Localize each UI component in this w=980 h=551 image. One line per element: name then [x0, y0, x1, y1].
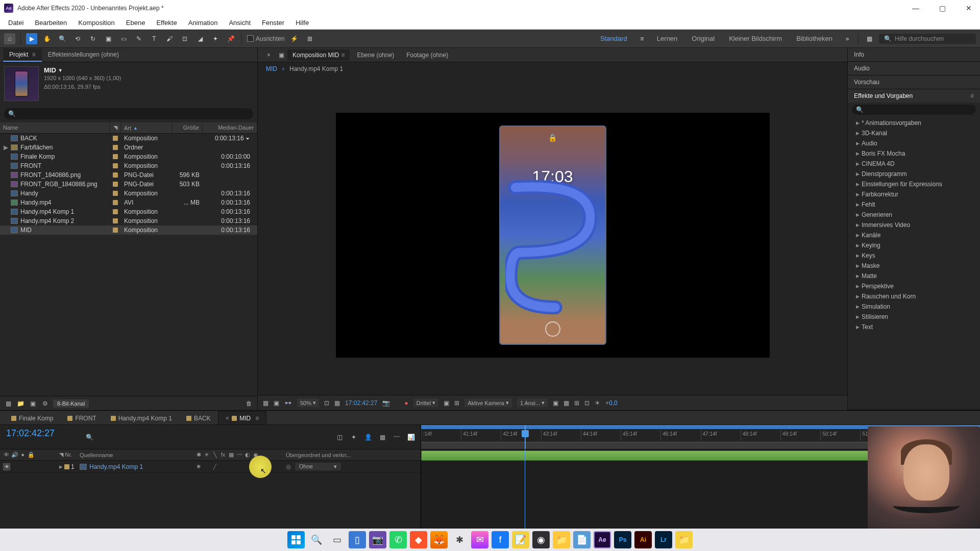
taskbar-app1-icon[interactable]: ✱	[451, 531, 468, 548]
effects-category[interactable]: ▶Boris FX Mocha	[848, 148, 980, 159]
layer-name[interactable]: Handy.mp4 Komp 1	[89, 463, 143, 470]
workspace-original[interactable]: Original	[687, 33, 720, 44]
workspace-kleiner[interactable]: Kleiner Bildschirm	[724, 33, 787, 44]
exposure-reset-icon[interactable]: ☀	[595, 399, 600, 407]
snap-toggle[interactable]: Ausrichten	[247, 35, 285, 42]
menu-komposition[interactable]: Komposition	[73, 17, 120, 28]
layer-visibility-toggle[interactable]: 👁	[3, 463, 10, 470]
project-item[interactable]: MID Komposition 0:00:13:16	[0, 226, 257, 235]
effects-category[interactable]: ▶Farbkorrektur	[848, 189, 980, 199]
new-comp-icon[interactable]: ▣	[29, 399, 37, 408]
panel-info[interactable]: Info	[848, 48, 980, 61]
timeline-tab[interactable]: FRONT	[60, 412, 103, 424]
tab-komposition[interactable]: Komposition MID ≡	[287, 49, 350, 61]
transparency-icon[interactable]: ▦	[334, 399, 340, 407]
taskbar-search-icon[interactable]: 🔍	[308, 531, 325, 548]
channel-icon[interactable]: ●	[404, 399, 408, 407]
quality-switch-icon[interactable]: ╲	[211, 452, 218, 458]
timeline-tab[interactable]: BACK	[179, 412, 218, 424]
project-settings-icon[interactable]: ⚙	[41, 399, 49, 408]
effects-category[interactable]: ▶Dienstprogramm	[848, 169, 980, 179]
solo-col-icon[interactable]: ●	[19, 452, 26, 458]
delete-icon[interactable]: 🗑	[245, 399, 253, 408]
effects-category[interactable]: ▶* Animationsvorgaben	[848, 118, 980, 128]
close-button[interactable]: ✕	[962, 4, 976, 12]
timeline-icon[interactable]: ⊞	[454, 399, 459, 407]
brush-tool-icon[interactable]: 🖌	[164, 33, 175, 44]
new-folder-icon[interactable]: 📁	[16, 399, 24, 408]
timeline-tab[interactable]: Finale Komp	[4, 412, 60, 424]
text-tool-icon[interactable]: T	[149, 33, 160, 44]
taskbar-photoshop-icon[interactable]: Ps	[614, 531, 631, 548]
current-time-display[interactable]: 17:02:42:27	[345, 399, 377, 407]
effects-search-input[interactable]: 🔍	[852, 105, 976, 115]
roi-icon[interactable]: ⊡	[324, 399, 329, 407]
graph-editor-icon[interactable]: 📊	[406, 433, 415, 442]
snapshot-icon[interactable]: 📷	[382, 399, 390, 407]
shy-icon[interactable]: 👤	[363, 433, 373, 442]
frame-blend-icon[interactable]: ▦	[378, 433, 387, 442]
exposure-value[interactable]: +0,0	[605, 399, 618, 407]
menu-fenster[interactable]: Fenster	[257, 17, 289, 28]
effects-category[interactable]: ▶Maske	[848, 261, 980, 271]
tab-footage[interactable]: Footage (ohne)	[401, 49, 453, 61]
audio-col-icon[interactable]: 🔊	[11, 452, 18, 458]
taskbar-lightroom-icon[interactable]: Lr	[655, 531, 672, 548]
layer-twirl-icon[interactable]: ▶	[59, 464, 63, 469]
effects-category[interactable]: ▶Einstellungen für Expressions	[848, 179, 980, 189]
workspace-reset-icon[interactable]: ▦	[864, 33, 875, 44]
grid-toggle-icon[interactable]: ▣	[274, 399, 279, 407]
snap-options-icon[interactable]: ⚡	[289, 33, 300, 44]
3d-switch-icon[interactable]: ◉	[252, 452, 259, 458]
shy-switch-icon[interactable]: ✱	[195, 452, 202, 458]
effects-category[interactable]: ▶Generieren	[848, 210, 980, 220]
panel-effekte-und-vorgaben[interactable]: Effekte und Vorgaben≡	[848, 89, 980, 103]
taskbar-brave-icon[interactable]: ◆	[410, 531, 427, 548]
workspace-menu-icon[interactable]: ≡	[636, 33, 648, 44]
timeline-tab[interactable]: ×MID ≡	[218, 411, 267, 424]
taskbar-whatsapp-icon[interactable]: ✆	[389, 531, 407, 548]
project-item[interactable]: ▶Farbflächen Ordner	[0, 143, 257, 152]
pickwhip-icon[interactable]: ◎	[286, 463, 291, 470]
effects-category[interactable]: ▶Matte	[848, 271, 980, 281]
viewer-lock-icon[interactable]: ▣	[278, 49, 285, 61]
menu-animation[interactable]: Animation	[183, 17, 223, 28]
menu-ebene[interactable]: Ebene	[121, 17, 151, 28]
layer-label-icon[interactable]	[64, 464, 69, 469]
taskbar-obs-icon[interactable]: ◉	[532, 531, 550, 548]
project-item[interactable]: BACK Komposition 0:00:13:16 ⏷	[0, 134, 257, 143]
project-column-headers[interactable]: Name ◥ Art▲ Größe Median-Dauer	[0, 122, 257, 134]
menu-bearbeiten[interactable]: Bearbeiten	[30, 17, 72, 28]
workspace-bibliotheken[interactable]: Bibliotheken	[791, 33, 838, 44]
view1-icon[interactable]: ▣	[553, 399, 558, 407]
effects-category[interactable]: ▶Simulation	[848, 302, 980, 312]
taskbar-illustrator-icon[interactable]: Ai	[634, 531, 652, 548]
effects-category[interactable]: ▶Perspektive	[848, 281, 980, 291]
camera-tool-icon[interactable]: ▣	[103, 33, 114, 44]
views-dropdown[interactable]: 1 Ansi... ▾	[517, 398, 548, 407]
comp-mini-flowchart-icon[interactable]: ◫	[335, 433, 344, 442]
timeline-timecode[interactable]: 17:02:42:27	[6, 428, 76, 439]
taskbar-folder-icon[interactable]: 📁	[553, 531, 570, 548]
project-item[interactable]: Handy Komposition 0:00:13:16	[0, 189, 257, 198]
rotate-tool-icon[interactable]: ↻	[87, 33, 99, 44]
home-icon[interactable]: ⌂	[4, 33, 15, 44]
lock-col-icon[interactable]: 🔒	[28, 452, 34, 458]
panel-vorschau[interactable]: Vorschau	[848, 76, 980, 89]
effects-category[interactable]: ▶Kanäle	[848, 230, 980, 240]
zoom-tool-icon[interactable]: 🔍	[57, 33, 68, 44]
project-item[interactable]: Handy.mp4 Komp 2 Komposition 0:00:13:16	[0, 216, 257, 226]
project-item[interactable]: Handy.mp4 AVI ... MB 0:00:13:16	[0, 198, 257, 207]
project-item[interactable]: FRONT_1840886.png PNG-Datei 596 KB	[0, 170, 257, 180]
minimize-button[interactable]: —	[909, 4, 923, 12]
alpha-toggle-icon[interactable]: ▦	[263, 399, 268, 407]
view4-icon[interactable]: ⊡	[584, 399, 590, 407]
eraser-tool-icon[interactable]: ◢	[194, 33, 206, 44]
start-button[interactable]	[287, 531, 305, 548]
menu-hilfe[interactable]: Hilfe	[290, 17, 314, 28]
taskbar-explorer-icon[interactable]: ▯	[349, 531, 366, 548]
taskbar-notes-icon[interactable]: 📝	[512, 531, 529, 548]
taskbar-taskview-icon[interactable]: ▭	[328, 531, 346, 548]
bit-depth-button[interactable]: 8-Bit-Kanal	[53, 399, 89, 408]
taskbar-notepad-icon[interactable]: 📄	[573, 531, 591, 548]
